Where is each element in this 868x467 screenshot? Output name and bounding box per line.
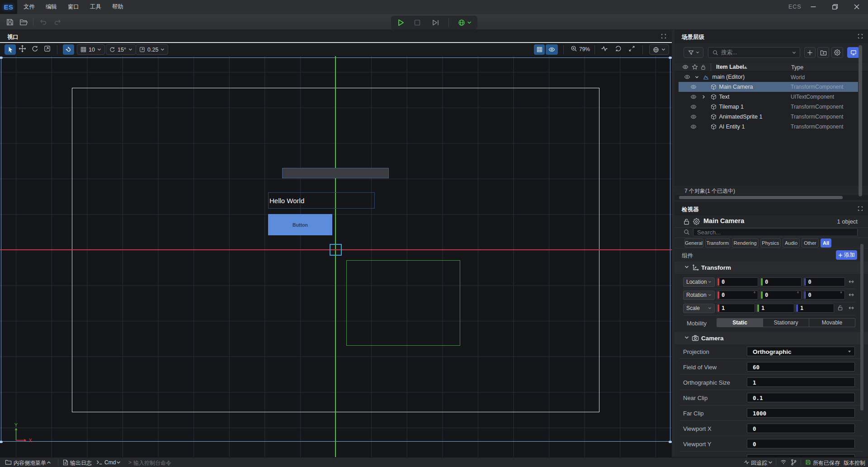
save-icon[interactable]: [6, 18, 14, 26]
camera-handle-bottom-left[interactable]: [0, 441, 3, 443]
menu-help[interactable]: 帮助: [107, 0, 129, 14]
rotate-snap-dropdown[interactable]: 15°: [106, 44, 136, 55]
stats-icon[interactable]: [601, 45, 608, 52]
chevron-down-icon[interactable]: [695, 76, 699, 79]
eye-icon[interactable]: [690, 124, 697, 129]
text-entity[interactable]: Hello World: [268, 192, 375, 209]
world-globe-icon[interactable]: [458, 19, 465, 26]
location-y-field[interactable]: 0: [760, 277, 802, 286]
panel-entity[interactable]: [282, 168, 389, 178]
scale-label-dropdown[interactable]: Scale: [683, 304, 715, 313]
rotation-y-field[interactable]: 0°: [760, 291, 802, 300]
camera-handle-top-left[interactable]: [0, 57, 3, 59]
unlock-icon[interactable]: [683, 218, 690, 225]
column-item-label[interactable]: Item Label: [716, 64, 744, 70]
zoom-level[interactable]: 79%: [579, 46, 590, 52]
tab-other[interactable]: Other: [802, 238, 819, 248]
rotation-label-dropdown[interactable]: Rotation: [683, 291, 715, 300]
hierarchy-row-ai-entity[interactable]: AI Entity 1 TransformComponent: [679, 122, 858, 132]
link-values-icon[interactable]: [848, 305, 854, 310]
camera-handle-top-right[interactable]: [669, 57, 672, 59]
select-tool-button[interactable]: [5, 44, 16, 55]
near-clip-field[interactable]: 0.1: [747, 393, 855, 402]
console-input[interactable]: 输入控制台命令: [133, 459, 171, 467]
viewport-expand-icon[interactable]: [660, 33, 667, 39]
output-log-button[interactable]: 输出日志: [70, 459, 92, 467]
visibility-column-icon[interactable]: [682, 64, 689, 70]
hierarchy-filter-button[interactable]: [684, 47, 703, 58]
app-logo[interactable]: ES: [0, 0, 17, 14]
hierarchy-row-tilemap[interactable]: Tilemap 1 TransformComponent: [679, 102, 858, 112]
tab-general[interactable]: General: [684, 238, 703, 248]
tab-transform[interactable]: Transform: [705, 238, 731, 248]
hierarchy-hscrollbar-thumb[interactable]: [679, 196, 843, 199]
hierarchy-row-animatedsprite[interactable]: AnimatedSprite 1 TransformComponent: [679, 112, 858, 122]
hierarchy-row-text[interactable]: Text UITextComponent: [679, 92, 858, 102]
rotation-x-field[interactable]: 0°: [717, 291, 758, 300]
inspector-expand-icon[interactable]: [857, 205, 863, 212]
reset-view-icon[interactable]: [615, 45, 622, 52]
orthographic-size-field[interactable]: 1: [747, 377, 855, 387]
tab-physics[interactable]: Physics: [760, 238, 781, 248]
hierarchy-search-input[interactable]: [721, 49, 792, 56]
eye-icon[interactable]: [690, 104, 697, 110]
gear-icon[interactable]: [693, 218, 700, 225]
mobility-movable[interactable]: Movable: [809, 319, 855, 327]
menu-file[interactable]: 文件: [18, 0, 40, 14]
play-icon[interactable]: [396, 19, 405, 27]
scale-snap-dropdown[interactable]: 0.25: [136, 44, 168, 55]
network-icon[interactable]: [780, 459, 787, 465]
cmd-dropdown[interactable]: Cmd: [104, 459, 116, 466]
viewport-tab[interactable]: 视口: [7, 33, 19, 41]
mobility-stationary[interactable]: Stationary: [763, 319, 809, 327]
eye-icon[interactable]: [690, 94, 697, 100]
move-tool-icon[interactable]: [19, 45, 26, 52]
inspector-vscrollbar-thumb[interactable]: [860, 244, 863, 410]
mobility-static[interactable]: Static: [717, 319, 763, 327]
hierarchy-search[interactable]: [708, 47, 800, 58]
eye-icon[interactable]: [690, 114, 697, 119]
menu-window[interactable]: 窗口: [62, 0, 85, 14]
branch-icon[interactable]: [791, 459, 797, 466]
rotation-z-field[interactable]: 0°: [803, 291, 845, 300]
rotate-tool-icon[interactable]: [32, 45, 38, 52]
viewport-y-field[interactable]: 0: [747, 439, 855, 448]
add-component-button[interactable]: 添加: [836, 250, 857, 260]
scale-tool-icon[interactable]: [44, 45, 51, 52]
hierarchy-settings-button[interactable]: [831, 47, 843, 58]
inspector-search[interactable]: [693, 228, 858, 236]
column-type[interactable]: Type: [791, 64, 803, 71]
button-entity[interactable]: Button: [268, 214, 332, 235]
link-values-icon[interactable]: [848, 279, 854, 284]
camera-handle-bottom-right[interactable]: [669, 441, 672, 443]
far-clip-field[interactable]: 1000: [747, 408, 855, 418]
visibility-button[interactable]: [546, 44, 558, 55]
hierarchy-vscrollbar-thumb[interactable]: [859, 45, 862, 196]
viewport-x-field[interactable]: 0: [747, 424, 855, 433]
world-dropdown-chevron-icon[interactable]: [467, 21, 472, 24]
redo-icon[interactable]: [54, 19, 61, 25]
hierarchy-hscrollbar[interactable]: [675, 195, 868, 200]
eye-icon[interactable]: [690, 84, 697, 90]
field-of-view-field[interactable]: 60: [747, 362, 855, 372]
restore-button[interactable]: [828, 1, 842, 13]
hierarchy-row-main[interactable]: main (Editor) World: [679, 72, 858, 82]
add-entity-button[interactable]: [804, 47, 816, 58]
location-label-dropdown[interactable]: Location: [683, 277, 715, 287]
link-values-icon[interactable]: [848, 292, 854, 297]
scale-z-field[interactable]: 1: [795, 304, 834, 313]
projection-dropdown[interactable]: Orthographic: [747, 347, 855, 356]
favorite-column-icon[interactable]: [692, 64, 698, 70]
content-drawer-button[interactable]: 内容侧滑菜单: [14, 459, 46, 467]
scale-y-field[interactable]: 1: [756, 304, 794, 313]
chevron-right-icon[interactable]: [702, 95, 705, 99]
snap-tool-button[interactable]: [63, 44, 74, 55]
version-control-button[interactable]: 版本控制: [844, 459, 865, 467]
close-button[interactable]: [850, 1, 863, 13]
lock-column-icon[interactable]: [700, 64, 706, 70]
menu-edit[interactable]: 编辑: [40, 0, 62, 14]
eye-icon[interactable]: [684, 74, 690, 80]
show-grid-button[interactable]: [534, 44, 545, 55]
viewport-world-dropdown[interactable]: [649, 44, 669, 55]
camera-section-header[interactable]: Camera: [675, 332, 868, 344]
